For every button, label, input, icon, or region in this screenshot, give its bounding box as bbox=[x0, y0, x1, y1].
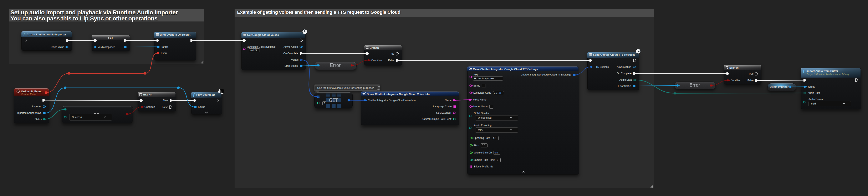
svg-text:f: f bbox=[803, 69, 805, 73]
svg-text:GET: GET bbox=[329, 97, 338, 104]
svg-text:f: f bbox=[193, 93, 195, 97]
svg-text:f: f bbox=[24, 32, 25, 36]
